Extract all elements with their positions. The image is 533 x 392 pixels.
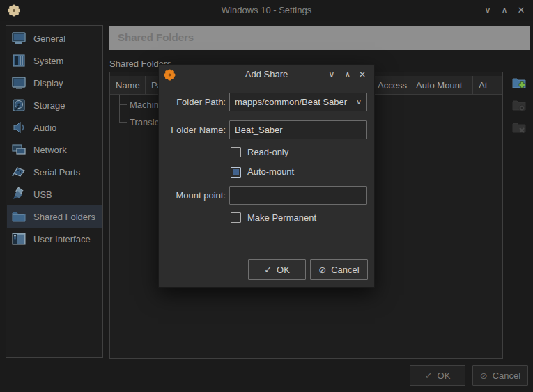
make-permanent-checkbox-row[interactable]: Make Permanent — [231, 212, 316, 223]
shared-folders-icon — [10, 208, 27, 225]
sidebar-item-label: Storage — [33, 100, 65, 111]
page-header-disabled: Shared Folders — [109, 26, 530, 50]
sidebar-item-label: Display — [33, 78, 63, 88]
page-title: Shared Folders — [118, 31, 530, 43]
auto-mount-label: Auto-mount — [247, 166, 294, 178]
check-icon: ✓ — [264, 265, 272, 275]
tree-branch-line — [119, 95, 120, 123]
auto-mount-checkbox-row[interactable]: Auto-mount — [231, 166, 294, 178]
column-header-auto-mount[interactable]: Auto Mount — [410, 76, 473, 94]
serial-ports-icon — [10, 164, 27, 180]
sidebar-item-user-interface[interactable]: User Interface — [7, 228, 102, 250]
share-actions-toolbar — [509, 75, 530, 142]
cancel-icon: ⊘ — [318, 265, 326, 275]
make-permanent-checkbox[interactable] — [231, 212, 241, 223]
mount-point-input[interactable] — [229, 186, 367, 205]
sidebar-item-label: User Interface — [33, 234, 91, 244]
add-share-button[interactable] — [511, 75, 527, 91]
dialog-maximize-button[interactable]: ∧ — [340, 65, 355, 84]
sidebar-item-system[interactable]: System — [7, 49, 102, 72]
settings-ok-button[interactable]: ✓ OK — [410, 365, 465, 386]
window-title: Windows 10 - Settings — [0, 0, 533, 21]
window-close-button[interactable]: ✕ — [512, 0, 530, 21]
column-header-access[interactable]: Access — [372, 76, 410, 94]
sidebar-item-display[interactable]: Display — [7, 72, 102, 94]
sidebar-item-network[interactable]: Network — [7, 139, 102, 161]
sidebar-item-storage[interactable]: Storage — [7, 94, 102, 116]
read-only-label: Read-only — [247, 147, 288, 157]
folder-path-combobox[interactable]: mapps/common/Beat Saber ∨ — [229, 93, 367, 111]
check-icon: ✓ — [425, 370, 433, 381]
read-only-checkbox[interactable] — [231, 147, 241, 157]
storage-icon — [10, 97, 27, 113]
folder-name-input[interactable] — [229, 120, 367, 139]
sidebar-item-label: General — [33, 33, 65, 44]
folder-path-label: Folder Path: — [163, 97, 226, 107]
user-interface-icon — [10, 230, 27, 247]
sidebar-item-label: Serial Ports — [33, 167, 80, 178]
mount-point-label: Mount point: — [163, 190, 226, 201]
folder-name-label: Folder Name: — [163, 125, 226, 135]
virtualbox-settings-window: Windows 10 - Settings ∨ ∧ ✕ General Syst… — [0, 0, 533, 392]
window-titlebar: Windows 10 - Settings ∨ ∧ ✕ — [0, 0, 533, 21]
sidebar-item-label: Network — [33, 145, 67, 155]
sidebar-item-audio[interactable]: Audio — [7, 116, 102, 139]
tree-branch-line — [119, 104, 127, 105]
general-icon — [10, 30, 27, 47]
window-minimize-button[interactable]: ∨ — [479, 0, 497, 21]
cancel-icon: ⊘ — [480, 370, 488, 381]
edit-share-button — [511, 97, 527, 113]
add-share-dialog: Add Share ∨ ∧ ✕ Folder Path: mapps/commo… — [158, 64, 375, 288]
display-icon — [10, 75, 27, 91]
sidebar-item-usb[interactable]: USB — [7, 183, 102, 205]
dialog-titlebar: Add Share ∨ ∧ ✕ — [159, 65, 374, 84]
tree-branch-line — [119, 122, 127, 123]
dialog-ok-button[interactable]: ✓ OK — [248, 259, 306, 280]
dialog-minimize-button[interactable]: ∨ — [324, 65, 339, 84]
read-only-checkbox-row[interactable]: Read-only — [231, 147, 288, 157]
make-permanent-label: Make Permanent — [247, 212, 316, 223]
usb-icon — [10, 186, 27, 203]
settings-cancel-button[interactable]: ⊘ Cancel — [472, 365, 528, 386]
settings-sidebar: General System Display Storage Audio Net… — [6, 25, 103, 358]
window-maximize-button[interactable]: ∧ — [495, 0, 513, 21]
folder-path-value: mapps/common/Beat Saber — [230, 97, 351, 107]
dialog-cancel-label: Cancel — [331, 265, 359, 275]
chevron-down-icon[interactable]: ∨ — [351, 97, 366, 107]
sidebar-item-shared-folders[interactable]: Shared Folders — [7, 205, 102, 228]
sidebar-item-label: Audio — [33, 123, 56, 133]
column-header-at[interactable]: At — [473, 76, 502, 94]
system-icon — [10, 52, 27, 69]
dialog-cancel-button[interactable]: ⊘ Cancel — [310, 259, 368, 280]
settings-cancel-label: Cancel — [493, 370, 520, 381]
audio-icon — [10, 119, 27, 136]
sidebar-item-serial-ports[interactable]: Serial Ports — [7, 161, 102, 183]
dialog-close-button[interactable]: ✕ — [355, 65, 370, 84]
sidebar-item-label: USB — [33, 189, 52, 200]
auto-mount-checkbox[interactable] — [231, 167, 241, 178]
sidebar-item-label: System — [33, 56, 63, 66]
settings-ok-label: OK — [438, 370, 451, 381]
remove-share-button — [511, 120, 527, 135]
network-icon — [10, 141, 27, 158]
sidebar-item-general[interactable]: General — [7, 27, 102, 49]
column-header-name[interactable]: Name — [110, 76, 146, 94]
dialog-ok-label: OK — [277, 265, 290, 275]
sidebar-item-label: Shared Folders — [33, 212, 95, 222]
